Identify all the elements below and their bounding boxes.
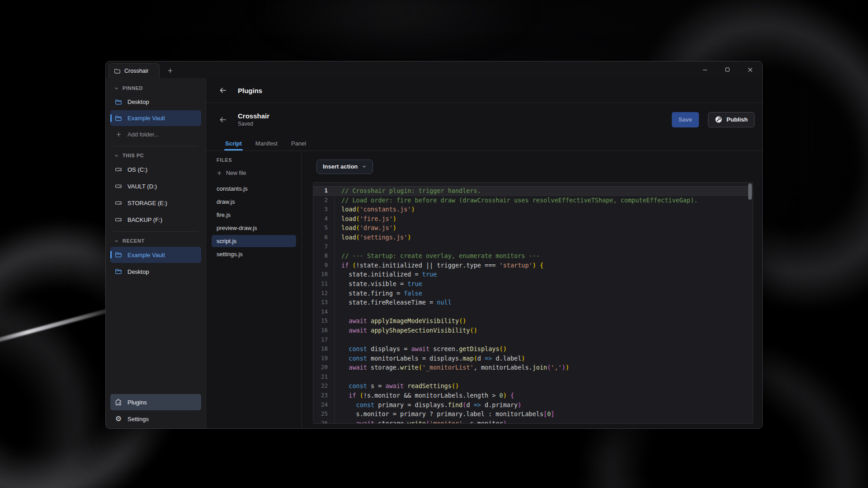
gear-icon: ⚙︎	[115, 415, 122, 422]
code-line[interactable]: 5load('draw.js')	[313, 223, 753, 233]
new-file-button[interactable]: New file	[212, 167, 296, 179]
file-item[interactable]: preview-draw.js	[212, 222, 296, 234]
code-line[interactable]: 1// Crosshair plugin: trigger handlers.	[313, 186, 753, 196]
code-line[interactable]: 17	[313, 335, 753, 345]
code-line[interactable]: 4load('fire.js')	[313, 214, 753, 224]
maximize-button[interactable]	[716, 61, 739, 78]
line-number: 14	[313, 307, 334, 317]
code-line[interactable]: 6load('settings.js')	[313, 233, 753, 242]
files-panel-header: FILES	[212, 157, 296, 163]
file-item[interactable]: constants.js	[212, 183, 296, 195]
code-line[interactable]: 24 const primary = displays.find(d => d.…	[313, 400, 753, 410]
drive-icon	[115, 199, 122, 206]
line-number: 23	[313, 391, 334, 400]
sidebar-item-vault-d[interactable]: VAULT (D:)	[110, 178, 201, 194]
folder-icon	[115, 115, 122, 122]
sidebar-section-this-pc[interactable]: THIS PC	[110, 150, 201, 161]
plugin-back-button[interactable]	[216, 113, 230, 127]
code-line[interactable]: 10 state.initialized = true	[313, 270, 753, 279]
main-panel: Plugins Crosshair Saved Save	[206, 78, 762, 429]
sidebar-section-pinned[interactable]: PINNED	[110, 83, 201, 94]
code-line[interactable]: 23 if (!s.monitor && monitorLabels.lengt…	[313, 391, 753, 400]
line-number: 15	[313, 316, 334, 326]
line-text	[334, 307, 753, 317]
file-item[interactable]: fire.js	[212, 209, 296, 221]
code-line[interactable]: 21	[313, 372, 753, 382]
sidebar-section-recent[interactable]: RECENT	[110, 235, 201, 246]
sidebar-item-os-c[interactable]: OS (C:)	[110, 161, 201, 178]
code-line[interactable]: 12 state.firing = false	[313, 289, 753, 298]
back-arrow-icon	[219, 86, 227, 94]
new-tab-button[interactable]	[163, 65, 177, 76]
window-tab[interactable]: Crosshair	[108, 63, 160, 78]
tab-panel[interactable]: Panel	[290, 136, 307, 150]
file-item[interactable]: script.js	[212, 235, 296, 247]
code-line[interactable]: 8// --- Startup: create overlay, enumera…	[313, 251, 753, 261]
drive-icon	[115, 183, 122, 190]
back-button[interactable]	[216, 84, 230, 97]
sidebar-item-storage-e[interactable]: STORAGE (E:)	[110, 195, 201, 211]
code-line[interactable]: 13 state.fireReleaseTime = null	[313, 298, 753, 307]
code-line[interactable]: 20 await storage.write('_monitorList', m…	[313, 363, 753, 372]
sidebar-item-backup-f[interactable]: BACKUP (F:)	[110, 211, 201, 228]
line-text	[334, 335, 753, 345]
sidebar-item-recent-example-vault[interactable]: Example Vault	[110, 247, 201, 263]
sidebar-item-settings[interactable]: ⚙︎ Settings	[110, 411, 201, 427]
line-number: 24	[313, 400, 334, 410]
plus-icon	[167, 68, 173, 74]
close-icon	[747, 66, 754, 73]
publish-button[interactable]: Publish	[708, 112, 755, 127]
line-text: // Crosshair plugin: trigger handlers.	[334, 186, 753, 196]
code-line[interactable]: 19 const monitorLabels = displays.map(d …	[313, 354, 753, 363]
code-line[interactable]: 2// Load order: fire before draw (drawCr…	[313, 196, 753, 205]
code-line[interactable]: 15 await applyImageModeVisibility()	[313, 316, 753, 326]
plugin-tabs: Script Manifest Panel	[206, 136, 762, 151]
line-number: 3	[313, 205, 334, 214]
minimize-button[interactable]	[693, 61, 716, 78]
line-number: 22	[313, 381, 334, 391]
code-line[interactable]: 16 await applyShapeSectionVisibility()	[313, 326, 753, 335]
line-number: 6	[313, 233, 334, 242]
code-editor[interactable]: 1// Crosshair plugin: trigger handlers.2…	[313, 182, 753, 424]
code-line[interactable]: 9if (!state.initialized || trigger.type …	[313, 261, 753, 270]
code-line[interactable]: 22 const s = await readSettings()	[313, 381, 753, 391]
line-text	[334, 372, 753, 382]
plugins-header-row: Plugins	[206, 78, 762, 103]
file-item[interactable]: settings.js	[212, 248, 296, 260]
line-number: 21	[313, 372, 334, 382]
drive-icon	[115, 166, 122, 173]
code-line[interactable]: 7	[313, 242, 753, 252]
folder-icon	[113, 67, 121, 75]
line-number: 19	[313, 354, 334, 363]
save-button[interactable]: Save	[672, 112, 699, 127]
sidebar-item-recent-desktop[interactable]: Desktop	[110, 263, 201, 280]
file-item[interactable]: draw.js	[212, 196, 296, 208]
close-button[interactable]	[739, 61, 761, 78]
line-text: const s = await readSettings()	[334, 381, 753, 391]
code-line[interactable]: 11 state.visible = true	[313, 279, 753, 289]
add-folder-button[interactable]: Add folder...	[110, 127, 201, 142]
insert-action-button[interactable]: Insert action	[316, 160, 373, 174]
files-panel: FILES New file constants.jsdraw.jsfire.j…	[206, 151, 302, 429]
plugin-name: Crosshair	[238, 112, 269, 120]
sidebar-item-plugins[interactable]: Plugins	[110, 394, 201, 410]
sidebar: PINNED Desktop Example Vault Add fo	[106, 78, 206, 429]
line-number: 8	[313, 251, 334, 261]
back-arrow-icon	[219, 116, 227, 124]
sidebar-item-desktop[interactable]: Desktop	[110, 94, 201, 110]
line-number: 26	[313, 419, 334, 423]
tab-script[interactable]: Script	[224, 136, 243, 150]
code-line[interactable]: 18 const displays = await screen.getDisp…	[313, 344, 753, 354]
editor-scrollbar-thumb[interactable]	[748, 183, 752, 200]
plugin-detail-header: Crosshair Saved Save Publish	[206, 103, 762, 136]
code-line[interactable]: 25 s.monitor = primary ? primary.label :…	[313, 409, 753, 419]
sidebar-item-example-vault[interactable]: Example Vault	[110, 110, 201, 126]
script-editor: Insert action 1// Crosshair plugin: trig…	[302, 151, 762, 429]
line-text: await storage.write('_monitorList', moni…	[334, 363, 753, 372]
code-line[interactable]: 14	[313, 307, 753, 317]
line-text: await applyShapeSectionVisibility()	[334, 326, 753, 335]
tab-manifest[interactable]: Manifest	[255, 136, 278, 150]
maximize-icon	[724, 66, 731, 73]
code-line[interactable]: 3load('constants.js')	[313, 205, 753, 214]
code-line[interactable]: 26 await storage.write('monitor', s.moni…	[313, 419, 753, 423]
